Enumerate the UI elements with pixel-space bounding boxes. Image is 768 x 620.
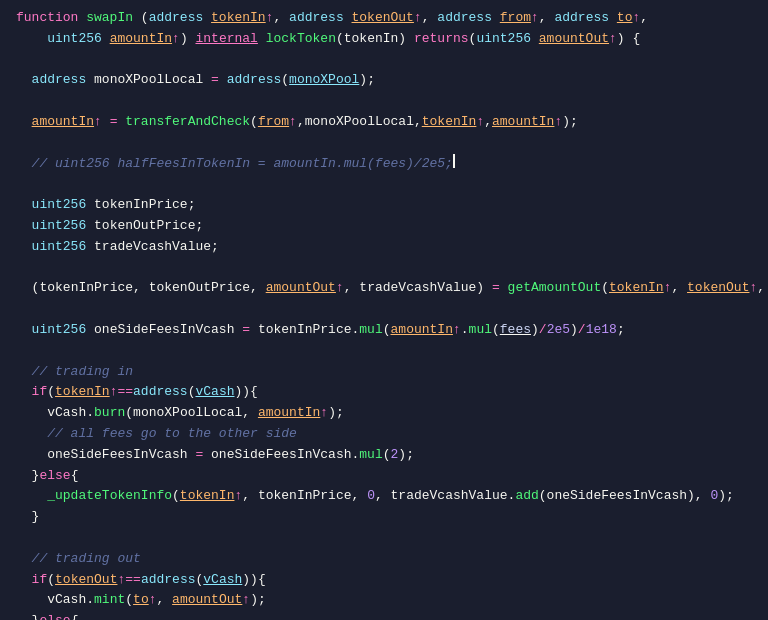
code-line-28: if(tokenOut↑==address(vCash)){ [0, 570, 768, 591]
code-line-14: (tokenInPrice, tokenOutPrice, amountOut↑… [0, 278, 768, 299]
code-line-19: if(tokenIn↑==address(vCash)){ [0, 382, 768, 403]
code-editor: function swapIn (address tokenIn↑, addre… [0, 0, 768, 620]
code-line-12: uint256 tradeVcashValue; [0, 237, 768, 258]
type-address: address [149, 8, 211, 29]
code-line-13 [0, 258, 768, 279]
code-line-4: address monoXPoolLocal = address(monoXPo… [0, 70, 768, 91]
code-line-9 [0, 174, 768, 195]
code-line-27: // trading out [0, 549, 768, 570]
code-line-5 [0, 91, 768, 112]
code-line-20: vCash.burn(monoXPoolLocal, amountIn↑); [0, 403, 768, 424]
code-line-29: vCash.mint(to↑, amountOut↑); [0, 590, 768, 611]
code-line-23: }else{ [0, 466, 768, 487]
keyword-function: function [16, 8, 86, 29]
code-line-7 [0, 133, 768, 154]
code-line-18: // trading in [0, 362, 768, 383]
fn-swapIn: swapIn [86, 8, 141, 29]
code-line-30: }else{ [0, 611, 768, 620]
code-line-11: uint256 tokenOutPrice; [0, 216, 768, 237]
param-tokenIn: tokenIn [211, 8, 266, 29]
code-line-6: amountIn↑ = transferAndCheck(from↑,monoX… [0, 112, 768, 133]
code-line-21: // all fees go to the other side [0, 424, 768, 445]
code-line-10: uint256 tokenInPrice; [0, 195, 768, 216]
code-line-17 [0, 341, 768, 362]
code-line-26 [0, 528, 768, 549]
code-line-1: function swapIn (address tokenIn↑, addre… [0, 8, 768, 29]
keyword-internal: internal [195, 29, 257, 50]
code-line-8: // uint256 halfFeesInTokenIn = amountIn.… [0, 154, 768, 175]
text-cursor [453, 154, 455, 168]
code-line-24: _updateTokenInfo(tokenIn↑, tokenInPrice,… [0, 486, 768, 507]
code-line-15 [0, 299, 768, 320]
code-line-3 [0, 50, 768, 71]
code-line-16: uint256 oneSideFeesInVcash = tokenInPric… [0, 320, 768, 341]
code-line-25: } [0, 507, 768, 528]
code-line-22: oneSideFeesInVcash = oneSideFeesInVcash.… [0, 445, 768, 466]
code-line-2: uint256 amountIn↑) internal lockToken(to… [0, 29, 768, 50]
